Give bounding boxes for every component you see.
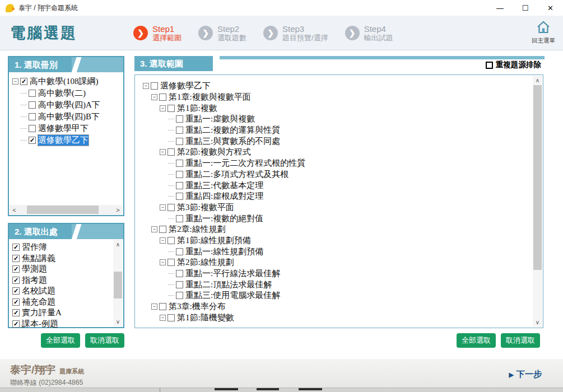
maximize-icon[interactable]: ☐ xyxy=(513,4,538,12)
tree-row[interactable]: 高中數學(四)B下 xyxy=(11,111,122,123)
tree-row[interactable]: 重點二:頂點法求最佳解 xyxy=(142,279,532,290)
step-3[interactable]: ❯Step3題目預覽/選擇 xyxy=(263,24,328,42)
checkbox[interactable] xyxy=(176,160,183,167)
tree-row[interactable]: 重點二:複數的運算與性質 xyxy=(142,125,532,136)
source-item[interactable]: ✓名校試題 xyxy=(12,286,112,297)
checkbox[interactable] xyxy=(159,303,166,310)
checkbox[interactable] xyxy=(167,105,175,112)
checkbox[interactable] xyxy=(29,125,36,132)
range-select-all-button[interactable]: 全部選取 xyxy=(457,333,496,348)
checkbox[interactable] xyxy=(176,215,183,222)
checkbox[interactable] xyxy=(29,113,36,120)
collapse-icon[interactable]: − xyxy=(151,226,157,232)
scroll-thumb[interactable] xyxy=(27,206,99,214)
scroll-track[interactable] xyxy=(533,85,542,318)
collapse-icon[interactable]: − xyxy=(160,149,166,155)
checkbox[interactable]: ✓ xyxy=(12,287,20,295)
scroll-left-icon[interactable]: < xyxy=(10,205,19,214)
tree-row[interactable]: 重點三:使用電腦求最佳解 xyxy=(142,290,532,301)
tree-row[interactable]: 重點一:複數的絕對值 xyxy=(142,213,532,224)
panel2-vertical-scrollbar[interactable]: ∧ ∨ xyxy=(113,240,123,326)
tree-row[interactable]: −第2節:複數與方程式 xyxy=(142,147,532,158)
checkbox[interactable]: ✓ xyxy=(12,298,20,306)
tree-row[interactable]: 重點一:一元二次方程式根的性質 xyxy=(142,158,532,169)
panel1-horizontal-scrollbar[interactable]: < > xyxy=(10,205,123,214)
collapse-icon[interactable]: − xyxy=(160,204,166,211)
scroll-down-icon[interactable]: ∨ xyxy=(113,317,123,326)
scroll-down-icon[interactable]: ∨ xyxy=(533,318,542,327)
scroll-up-icon[interactable]: ∧ xyxy=(113,240,123,249)
close-icon[interactable]: ✕ xyxy=(538,4,563,12)
checkbox[interactable] xyxy=(176,292,183,299)
scroll-right-icon[interactable]: > xyxy=(113,205,123,214)
checkbox[interactable] xyxy=(176,281,183,288)
scroll-thumb[interactable] xyxy=(114,272,122,298)
checkbox[interactable] xyxy=(159,226,166,233)
checkbox[interactable] xyxy=(176,193,183,200)
tree-row[interactable]: −第2節:線性規劃 xyxy=(142,257,532,268)
checkbox[interactable]: ✓ xyxy=(12,265,20,273)
tree-row[interactable]: 高中數學(四)A下 xyxy=(11,99,122,111)
checkbox[interactable] xyxy=(167,148,175,156)
collapse-icon[interactable]: − xyxy=(151,304,157,310)
panel3-vertical-scrollbar[interactable]: ∧ ∨ xyxy=(533,76,542,327)
checkbox[interactable]: ✓ xyxy=(12,244,20,251)
scroll-up-icon[interactable]: ∧ xyxy=(533,76,542,85)
checkbox[interactable] xyxy=(176,115,183,123)
checkbox[interactable]: ✓ xyxy=(20,78,27,85)
collapse-icon[interactable]: − xyxy=(12,78,18,85)
source-item[interactable]: ✓習作簿 xyxy=(12,242,112,253)
tree-row[interactable]: −第1節:複數 xyxy=(142,102,532,114)
source-item[interactable]: ✓實力評量A xyxy=(12,307,112,319)
source-item[interactable]: ✓指考題 xyxy=(12,275,112,286)
collapse-icon[interactable]: − xyxy=(143,83,149,89)
checkbox[interactable] xyxy=(29,90,36,97)
collapse-icon[interactable]: − xyxy=(160,105,166,111)
source-item[interactable]: ✓焦點講義 xyxy=(12,253,112,264)
tree-row[interactable]: −第1章:複數與複數平面 xyxy=(142,92,532,103)
tree-row[interactable]: −第3章:機率分布 xyxy=(142,301,532,312)
collapse-icon[interactable]: − xyxy=(160,259,166,265)
source-item[interactable]: ✓課本-例題 xyxy=(12,319,112,330)
checkbox[interactable]: ✓ xyxy=(29,137,36,144)
checkbox[interactable] xyxy=(176,171,183,178)
checkbox[interactable] xyxy=(176,182,183,189)
tree-row[interactable]: ✓選修數學乙下 xyxy=(11,134,122,146)
step-1[interactable]: ❯Step1選擇範圍 xyxy=(133,24,182,42)
tree-row[interactable]: 重點三:與實數系的不同處 xyxy=(142,136,532,147)
tree-row[interactable]: 重點一:平行線法求最佳解 xyxy=(142,268,532,279)
scroll-thumb[interactable] xyxy=(533,85,542,270)
collapse-icon[interactable]: − xyxy=(151,94,157,100)
checkbox[interactable] xyxy=(176,138,183,145)
dedupe-checkbox[interactable] xyxy=(486,62,493,69)
checkbox[interactable] xyxy=(167,204,175,211)
checkbox[interactable] xyxy=(151,82,158,90)
tree-row[interactable]: 重點四:虛根成對定理 xyxy=(142,191,532,202)
checkbox[interactable]: ✓ xyxy=(12,277,20,284)
checkbox[interactable] xyxy=(29,101,36,109)
checkbox[interactable]: ✓ xyxy=(12,309,20,316)
checkbox[interactable] xyxy=(167,237,175,244)
tree-row[interactable]: 重點二:多項式方程式及其根 xyxy=(142,169,532,180)
checkbox[interactable] xyxy=(176,127,183,134)
checkbox[interactable] xyxy=(176,270,183,277)
source-item[interactable]: ✓學測題 xyxy=(12,264,112,275)
tree-row[interactable]: −第1節:隨機變數 xyxy=(142,312,532,323)
tree-row[interactable]: −選修數學乙下 xyxy=(142,81,532,92)
checkbox[interactable] xyxy=(159,94,166,101)
dedupe-checkbox-row[interactable]: 重複題源排除 xyxy=(485,60,542,70)
step-4[interactable]: ❯Step4輸出試題 xyxy=(345,24,393,42)
tree-row[interactable]: 高中數學(二) xyxy=(11,87,122,99)
collapse-icon[interactable]: − xyxy=(160,315,166,321)
tree-row[interactable]: −第1節:線性規劃預備 xyxy=(142,235,532,246)
minimize-icon[interactable]: — xyxy=(487,4,513,12)
scroll-track[interactable] xyxy=(19,205,113,214)
source-deselect-button[interactable]: 取消選取 xyxy=(85,333,124,348)
source-select-all-button[interactable]: 全部選取 xyxy=(41,333,80,348)
tree-row[interactable]: −第3節:複數平面 xyxy=(142,202,532,213)
next-step-button[interactable]: ▶下一步 xyxy=(509,369,542,380)
tree-row[interactable]: −第2章:線性規劃 xyxy=(142,224,532,235)
scroll-track[interactable] xyxy=(113,249,123,317)
checkbox[interactable] xyxy=(167,259,175,266)
checkbox[interactable]: ✓ xyxy=(12,255,20,262)
